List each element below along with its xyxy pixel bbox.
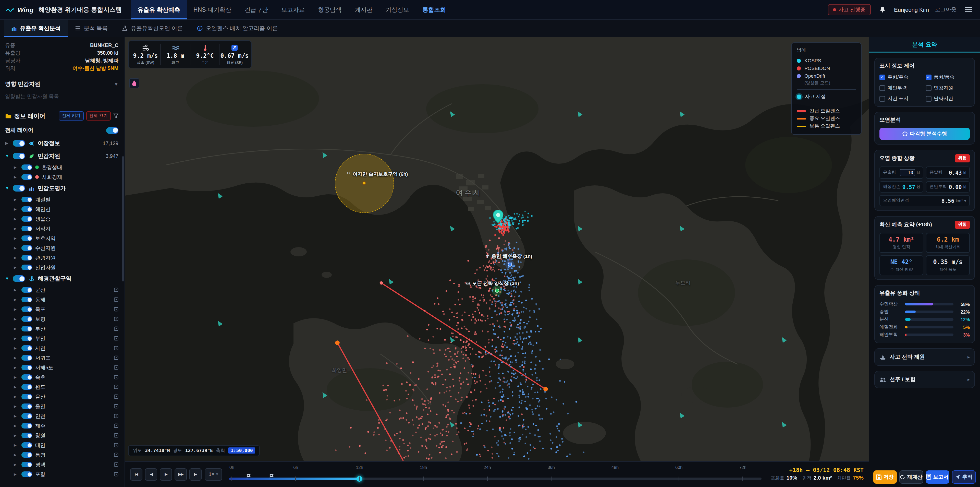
layer-toggle[interactable] [21, 196, 32, 202]
nav-item[interactable]: 항공탐색 [311, 0, 348, 19]
layer-toggle[interactable] [21, 297, 32, 302]
layer-toggle[interactable] [13, 185, 25, 192]
expand-arrow-icon[interactable]: ▶ [14, 265, 18, 270]
expand-arrow-icon[interactable]: ▶ [14, 346, 18, 350]
layer-toggle[interactable] [21, 206, 32, 212]
layer-child-row[interactable]: ▶ 사회경제 [5, 172, 118, 182]
layer-child-row[interactable]: ▶ 평택 [5, 460, 118, 469]
expand-arrow-icon[interactable]: ▶ [14, 197, 18, 201]
expand-arrow-icon[interactable]: ▶ [14, 217, 18, 221]
zoom-to-region-icon[interactable] [114, 404, 118, 409]
zoom-to-region-icon[interactable] [114, 452, 118, 457]
layer-toggle[interactable] [21, 442, 32, 448]
sample-tool-button[interactable] [129, 78, 139, 88]
zoom-to-region-icon[interactable] [114, 287, 118, 292]
layer-child-row[interactable]: ▶ 목포 [5, 304, 118, 314]
nav-item[interactable]: 통합조회 [416, 0, 452, 19]
layer-toggle[interactable] [21, 164, 32, 170]
layer-child-row[interactable]: ▶ 부안 [5, 334, 118, 343]
zoom-to-region-icon[interactable] [114, 346, 118, 350]
expand-arrow-icon[interactable]: ▶ [14, 424, 18, 428]
layer-toggle[interactable] [21, 326, 32, 332]
expand-arrow-icon[interactable]: ▶ [14, 414, 18, 418]
zoom-to-region-icon[interactable] [114, 317, 118, 321]
layer-toggle[interactable] [13, 140, 25, 147]
layer-child-row[interactable]: ▶ 부산 [5, 324, 118, 334]
layer-toggle[interactable] [13, 153, 25, 160]
timeline-track[interactable]: 0h6h12h18h24h36h48h60h72h [229, 461, 762, 487]
all-layers-off-button[interactable]: 전체 끄기 [86, 111, 111, 121]
expand-arrow-icon[interactable]: ▶ [14, 463, 18, 466]
layer-toggle[interactable] [21, 365, 32, 370]
transport-button[interactable]: ▶| [189, 468, 202, 481]
notification-bell-icon[interactable] [877, 4, 888, 15]
expand-arrow-icon[interactable]: ▶ [14, 356, 18, 360]
layer-child-row[interactable]: ▶ 속초 [5, 372, 118, 382]
expand-arrow-icon[interactable]: ▶ [14, 404, 18, 408]
zoom-to-region-icon[interactable] [114, 462, 118, 467]
layer-child-row[interactable]: ▶ 산업자원 [5, 262, 118, 272]
spill-amount-input[interactable] [900, 169, 915, 176]
transport-button[interactable]: |◀ [130, 468, 142, 481]
affected-resources-header[interactable]: 영향 민감자원 ▼ [5, 80, 118, 88]
layer-toggle[interactable] [21, 404, 32, 409]
layer-child-row[interactable]: ▶ 군산 [5, 285, 118, 295]
incident-pin[interactable] [493, 210, 503, 225]
nav-item[interactable]: 유출유 확산예측 [131, 0, 187, 19]
layer-child-row[interactable]: ▶ 통영 [5, 450, 118, 460]
layer-toggle[interactable] [21, 355, 32, 361]
expand-arrow-icon[interactable]: ▶ [14, 288, 18, 292]
layer-toggle[interactable] [21, 265, 32, 270]
expand-arrow-icon[interactable]: ▶ [14, 394, 18, 399]
layer-toggle[interactable] [13, 275, 25, 282]
expand-arrow-icon[interactable]: ▶ [14, 433, 18, 438]
tab-analysis-list[interactable]: 분석 목록 [68, 20, 115, 37]
nav-item[interactable]: 기상정보 [379, 0, 416, 19]
layer-group-row[interactable]: ▼ 민감도평가 [5, 182, 118, 195]
owner-insurance-section[interactable]: 선주 / 보험 ▸ [874, 371, 975, 388]
layer-toggle[interactable] [21, 413, 32, 419]
fence-event-flag-icon[interactable] [246, 472, 250, 481]
expand-arrow-icon[interactable]: ▶ [14, 236, 18, 240]
layer-child-row[interactable]: ▶ 울진 [5, 401, 118, 411]
polygon-analysis-button[interactable]: 다각형 분석수행 [880, 128, 970, 140]
layer-toggle[interactable] [21, 335, 32, 341]
layer-child-row[interactable]: ▶ 제주 [5, 421, 118, 431]
filter-icon[interactable] [113, 113, 118, 118]
expand-arrow-icon[interactable]: ▶ [14, 246, 18, 250]
logout-link[interactable]: 로그아웃 [935, 6, 956, 13]
display-option[interactable]: ✓ 민감자원 [926, 85, 970, 91]
expand-arrow-icon[interactable]: ▶ [14, 336, 18, 340]
display-option[interactable]: ✓ 풍향/풍속 [926, 74, 970, 81]
zoom-to-region-icon[interactable] [114, 472, 118, 477]
expand-arrow-icon[interactable]: ▶ [14, 366, 18, 369]
layer-toggle[interactable] [21, 245, 32, 251]
layer-child-row[interactable]: ▶ 사천 [5, 343, 118, 353]
layer-toggle[interactable] [21, 345, 32, 351]
layer-toggle[interactable] [21, 471, 32, 477]
layer-toggle[interactable] [21, 226, 32, 232]
zoom-to-region-icon[interactable] [114, 385, 118, 389]
layer-child-row[interactable]: ▶ 동해 [5, 295, 118, 304]
report-button[interactable]: 보고서 [926, 470, 949, 484]
transport-button[interactable]: ▶▶ [175, 468, 187, 481]
app-logo[interactable]: Wing [6, 6, 33, 14]
layer-child-row[interactable]: ▶ 관광자원 [5, 253, 118, 262]
nav-item[interactable]: 게시판 [348, 0, 379, 19]
layer-toggle[interactable] [21, 423, 32, 428]
expand-arrow-icon[interactable]: ▶ [14, 317, 18, 321]
menu-icon[interactable] [963, 4, 974, 15]
layer-child-row[interactable]: ▶ 환경생태 [5, 163, 118, 172]
layer-group-row[interactable]: ▼ 해경관할구역 [5, 272, 118, 285]
layer-child-row[interactable]: ▶ 태안 [5, 440, 118, 450]
playback-speed-selector[interactable]: 1×▾ [205, 468, 222, 481]
layer-toggle[interactable] [21, 394, 32, 399]
zoom-to-region-icon[interactable] [114, 443, 118, 447]
layer-child-row[interactable]: ▶ 서식지 [5, 224, 118, 233]
vessel-spec-section[interactable]: 사고 선박 제원 ▸ [874, 348, 975, 366]
display-option[interactable]: ✓ 시간 표시 [880, 96, 924, 102]
nav-item[interactable]: 보고자료 [275, 0, 311, 19]
tab-spread-analysis[interactable]: 유출유 확산분석 [4, 20, 68, 37]
layer-toggle[interactable] [21, 307, 32, 312]
expand-arrow-icon[interactable]: ▶ [14, 453, 18, 457]
